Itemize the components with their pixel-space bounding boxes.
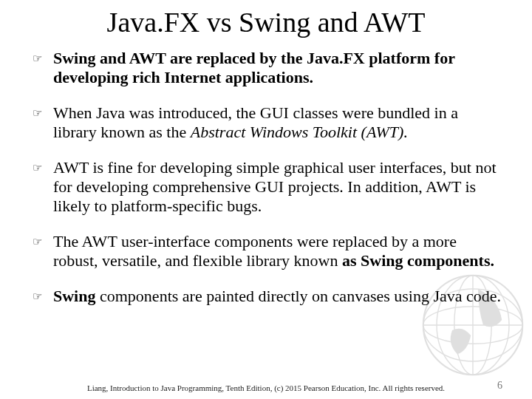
bullet-list: ☞Swing and AWT are replaced by the Java.… bbox=[30, 49, 502, 306]
bullet-item: ☞Swing and AWT are replaced by the Java.… bbox=[30, 49, 502, 87]
bullet-item: ☞AWT is fine for developing simple graph… bbox=[30, 158, 502, 216]
pointing-hand-icon: ☞ bbox=[30, 236, 44, 249]
bullet-text: Swing components are painted directly on… bbox=[53, 287, 502, 306]
pointing-hand-icon: ☞ bbox=[30, 107, 44, 120]
bullet-text: Swing and AWT are replaced by the Java.F… bbox=[53, 49, 502, 87]
slide-title: Java.FX vs Swing and AWT bbox=[30, 6, 502, 38]
bullet-text: The AWT user-interface components were r… bbox=[53, 232, 502, 270]
bullet-text: When Java was introduced, the GUI classe… bbox=[53, 103, 502, 142]
bullet-text: AWT is fine for developing simple graphi… bbox=[53, 158, 502, 216]
footer-text: Liang, Introduction to Java Programming,… bbox=[0, 383, 532, 393]
bullet-item: ☞When Java was introduced, the GUI class… bbox=[30, 103, 502, 142]
bullet-item: ☞Swing components are painted directly o… bbox=[30, 287, 502, 306]
pointing-hand-icon: ☞ bbox=[30, 290, 44, 304]
bullet-item: ☞The AWT user-interface components were … bbox=[30, 232, 502, 270]
page-number: 6 bbox=[497, 380, 502, 392]
svg-point-1 bbox=[423, 307, 522, 344]
pointing-hand-icon: ☞ bbox=[30, 162, 44, 175]
pointing-hand-icon: ☞ bbox=[30, 52, 44, 66]
